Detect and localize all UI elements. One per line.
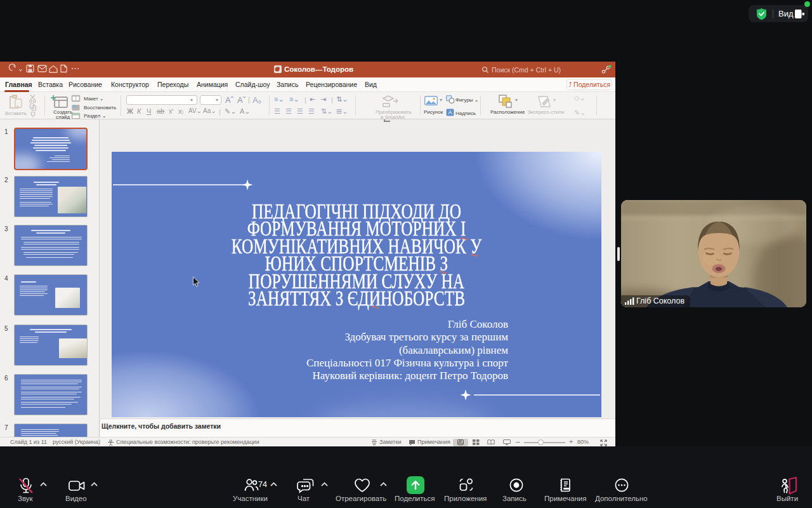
svg-text:A: A bbox=[448, 109, 452, 116]
